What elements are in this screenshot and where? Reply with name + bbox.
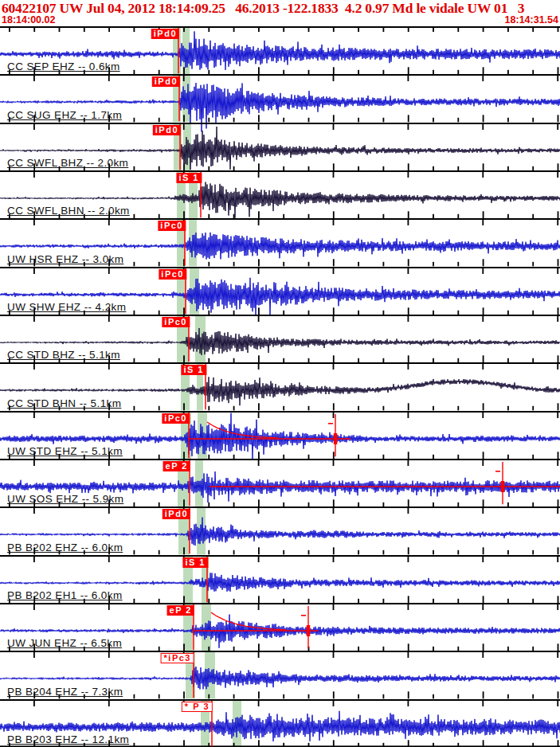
panel-boundary-line [0,170,560,172]
waveform-trace [0,573,560,592]
trace-panel[interactable]: iS 1CC STD BHN -- 5.1km [0,362,560,410]
trace-panel[interactable]: iPd0CC SWFL BHZ -- 2.0km [0,123,560,170]
pick-label[interactable]: iPc0 [162,317,190,327]
station-label: CC SEP EHZ -- 0.6km [7,61,120,72]
panel-boundary-line [0,218,560,220]
pick-label[interactable]: eP 2 [163,461,190,471]
trace-panel[interactable]: iPd0CC SEP EHZ -- 0.6km [0,26,560,74]
panel-boundary-line [0,74,560,76]
seismogram-viewer: 60422107 UW Jul 04, 2012 18:14:09.25 46.… [0,0,560,747]
pick-label[interactable]: iPc0 [158,221,186,231]
station-label: UW HSR EHZ -- 3.0km [7,253,123,265]
coda-marker [194,606,319,648]
pick-label[interactable]: eP 2 [167,605,194,616]
pick-label[interactable]: * P 3 [182,702,213,712]
trace-panel[interactable]: iPc0UW SHW EHZ -- 4.2km [0,267,560,315]
trace-panel[interactable]: iPd0CC SUG EHZ -- 1.7km [0,74,560,122]
trace-panel[interactable]: eP 2UW SOS EHZ -- 5.9km [0,459,560,506]
coda-marker [210,462,560,504]
panel-boundary-line [0,362,560,364]
station-label: CC SUG EHZ -- 1.7km [7,109,122,121]
pick-label[interactable]: iPc0 [159,269,186,280]
trace-panel[interactable]: *iPc3PB B204 EHZ -- 7.3km [0,651,560,698]
trace-panel[interactable]: iPc0UW HSR EHZ -- 3.0km [0,218,560,266]
panel-boundary-line [0,411,560,413]
station-label: UW JUN EHZ -- 6.5km [7,637,122,649]
panel-boundary-line [0,315,560,316]
trace-panel[interactable]: iS 1CC SWFL BHN -- 2.0km [0,170,560,218]
trace-panel[interactable]: iPc0CC STD BHZ -- 5.1km [0,315,560,362]
panel-boundary-line [0,603,560,604]
panel-boundary-line [0,267,560,268]
pick-label[interactable]: iPd0 [163,509,190,519]
trace-panel[interactable]: eP 2UW JUN EHZ -- 6.5km [0,603,560,651]
panel-boundary-line [0,459,560,460]
trace-panel[interactable]: iPd0PB B202 EHZ -- 6.0km [0,506,560,554]
event-header: 60422107 UW Jul 04, 2012 18:14:09.25 46.… [2,0,560,17]
pick-label[interactable]: iS 1 [176,173,202,183]
panel-boundary-line [0,123,560,124]
panel-boundary-line [0,26,560,28]
pick-label[interactable]: iS 1 [181,365,206,375]
pick-label[interactable]: iPd0 [151,29,179,39]
pick-label[interactable]: iS 1 [182,557,208,568]
station-label: CC SWFL BHZ -- 2.0km [7,157,128,169]
trace-panel[interactable]: iPc0UW STD EHZ -- 5.1km [0,411,560,459]
panel-boundary-line [0,555,560,557]
station-label: UW SOS EHZ -- 5.9km [7,493,123,505]
station-label: PB B204 EHZ -- 7.3km [7,686,123,698]
trace-panel[interactable]: * P 3PB B203 EHZ -- 12.1km [0,699,560,747]
station-label: CC SWFL BHN -- 2.0km [7,205,130,217]
pick-label[interactable]: iPd0 [153,125,181,135]
panel-boundary-line [0,506,560,508]
station-label: PB B202 EHZ -- 6.0km [7,542,123,553]
pick-label[interactable]: iPc0 [162,413,190,424]
station-label: PB B203 EHZ -- 12.1km [7,733,129,745]
station-label: CC STD BHN -- 5.1km [7,397,121,409]
pick-label[interactable]: iPd0 [152,76,180,87]
panel-boundary-line [0,699,560,701]
window-end-time: 18:14:31.54 [505,14,558,25]
station-label: UW STD EHZ -- 5.1km [7,445,123,457]
station-label: CC STD BHZ -- 5.1km [7,349,120,361]
trace-panel[interactable]: iS 1PB B202 EH1 -- 6.0km [0,555,560,603]
panel-boundary-line [0,651,560,652]
pick-label[interactable]: *iPc3 [161,653,194,663]
station-label: UW SHW EHZ -- 4.2km [7,301,126,313]
station-label: PB B202 EH1 -- 6.0km [7,589,123,601]
window-start-time: 18:14:00.02 [2,14,55,25]
